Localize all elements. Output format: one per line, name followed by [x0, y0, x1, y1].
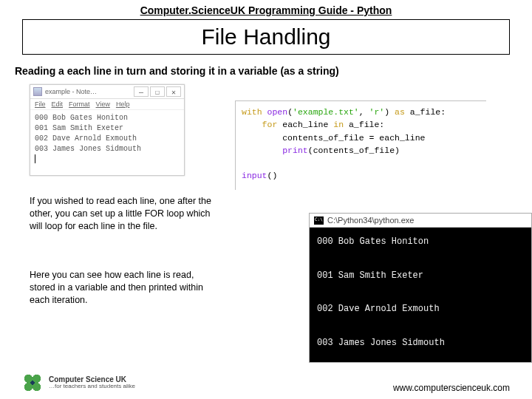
footer-url: www.computerscienceuk.com	[393, 383, 510, 393]
notepad-titlebar: example - Note… — ☐ ✕	[30, 85, 184, 99]
menu-view[interactable]: View	[96, 100, 110, 108]
console-output: 000 Bob Gates Honiton 001 Sam Smith Exet…	[310, 228, 531, 362]
console-title-text: C:\Python34\python.exe	[327, 216, 414, 225]
doc-supertitle: Computer.ScienceUK Programming Guide - P…	[0, 0, 532, 18]
close-button[interactable]: ✕	[166, 86, 181, 97]
console-titlebar: C:\Python34\python.exe	[310, 214, 531, 228]
console-window: C:\Python34\python.exe 000 Bob Gates Hon…	[309, 213, 532, 363]
text-cursor	[35, 154, 35, 163]
minimize-button[interactable]: —	[134, 86, 149, 97]
maximize-button[interactable]: ☐	[150, 86, 165, 97]
menu-help[interactable]: Help	[116, 100, 130, 108]
brand-logo: Computer Science UK …for teachers and st…	[22, 372, 135, 393]
content-area: example - Note… — ☐ ✕ File Edit Format V…	[0, 84, 532, 350]
notepad-title: example - Note…	[45, 88, 97, 95]
logo-icon	[22, 372, 43, 393]
menu-format[interactable]: Format	[69, 100, 90, 108]
paragraph-1: If you wished to read each line, one aft…	[30, 195, 222, 233]
section-heading: Reading a each line in turn and storing …	[0, 62, 532, 84]
menu-edit[interactable]: Edit	[52, 100, 64, 108]
console-icon	[314, 216, 324, 225]
code-editor: with open('example.txt', 'r') as a_file:…	[235, 100, 486, 190]
paragraph-2: Here you can see how each line is read, …	[30, 269, 222, 307]
footer: Computer Science UK …for teachers and st…	[0, 372, 532, 393]
notepad-icon	[33, 87, 42, 96]
brand-tagline: …for teachers and students alike	[49, 383, 135, 390]
doc-title: File Handling	[22, 19, 510, 55]
notepad-menu: File Edit Format View Help	[30, 99, 184, 110]
notepad-body: 000 Bob Gates Honiton 001 Sam Smith Exet…	[30, 110, 184, 175]
notepad-window: example - Note… — ☐ ✕ File Edit Format V…	[30, 84, 185, 176]
menu-file[interactable]: File	[35, 100, 46, 108]
